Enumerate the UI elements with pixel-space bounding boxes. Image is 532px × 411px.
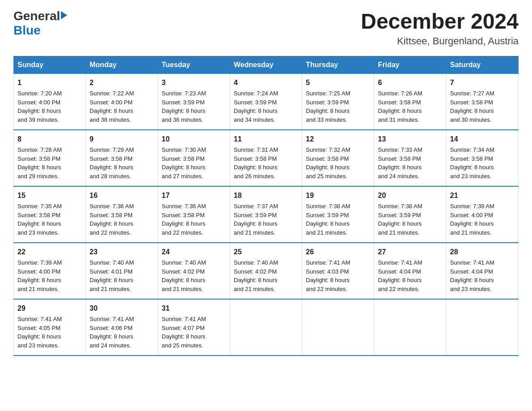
calendar-cell: 13Sunrise: 7:33 AMSunset: 3:58 PMDayligh… <box>374 130 446 186</box>
calendar-week-row: 8Sunrise: 7:28 AMSunset: 3:58 PMDaylight… <box>14 130 519 186</box>
calendar-cell: 25Sunrise: 7:40 AMSunset: 4:02 PMDayligh… <box>230 243 302 299</box>
calendar-week-row: 15Sunrise: 7:35 AMSunset: 3:58 PMDayligh… <box>14 186 519 243</box>
day-info: Sunrise: 7:41 AMSunset: 4:07 PMDaylight:… <box>162 316 206 349</box>
calendar-cell: 7Sunrise: 7:27 AMSunset: 3:58 PMDaylight… <box>446 74 519 130</box>
logo-arrow-icon <box>61 11 67 19</box>
day-number: 15 <box>17 190 82 201</box>
day-info: Sunrise: 7:29 AMSunset: 3:58 PMDaylight:… <box>90 146 134 180</box>
calendar-week-row: 1Sunrise: 7:20 AMSunset: 4:00 PMDaylight… <box>14 74 519 130</box>
day-number: 7 <box>450 77 515 88</box>
day-info: Sunrise: 7:41 AMSunset: 4:03 PMDaylight:… <box>306 259 350 292</box>
day-number: 4 <box>234 77 298 88</box>
calendar-cell: 20Sunrise: 7:38 AMSunset: 3:59 PMDayligh… <box>374 186 446 243</box>
weekday-header-saturday: Saturday <box>446 56 519 74</box>
calendar-subtitle: Kittsee, Burgenland, Austria <box>361 35 519 47</box>
day-number: 25 <box>234 247 298 257</box>
day-number: 31 <box>162 303 226 314</box>
day-info: Sunrise: 7:36 AMSunset: 3:58 PMDaylight:… <box>90 203 134 236</box>
calendar-week-row: 29Sunrise: 7:41 AMSunset: 4:05 PMDayligh… <box>14 299 519 355</box>
calendar-cell: 4Sunrise: 7:24 AMSunset: 3:59 PMDaylight… <box>230 74 302 130</box>
title-area: December 2024 Kittsee, Burgenland, Austr… <box>361 9 519 47</box>
day-info: Sunrise: 7:30 AMSunset: 3:58 PMDaylight:… <box>162 146 206 180</box>
day-number: 13 <box>378 134 442 145</box>
calendar-cell <box>374 299 446 355</box>
calendar-cell: 26Sunrise: 7:41 AMSunset: 4:03 PMDayligh… <box>302 243 374 299</box>
day-info: Sunrise: 7:41 AMSunset: 4:04 PMDaylight:… <box>450 259 494 292</box>
day-number: 16 <box>90 190 154 201</box>
weekday-header-monday: Monday <box>86 56 158 74</box>
calendar-cell: 10Sunrise: 7:30 AMSunset: 3:58 PMDayligh… <box>158 130 230 186</box>
day-info: Sunrise: 7:31 AMSunset: 3:58 PMDaylight:… <box>234 146 278 180</box>
day-number: 17 <box>162 190 226 201</box>
day-number: 5 <box>306 77 370 88</box>
logo: General Blue <box>13 9 67 38</box>
day-info: Sunrise: 7:34 AMSunset: 3:58 PMDaylight:… <box>450 146 494 180</box>
logo-general-text: General <box>13 9 60 23</box>
calendar-cell: 22Sunrise: 7:39 AMSunset: 4:00 PMDayligh… <box>14 243 86 299</box>
day-info: Sunrise: 7:33 AMSunset: 3:58 PMDaylight:… <box>378 146 422 180</box>
day-info: Sunrise: 7:36 AMSunset: 3:58 PMDaylight:… <box>162 203 206 236</box>
day-number: 14 <box>450 134 515 145</box>
weekday-header-tuesday: Tuesday <box>158 56 230 74</box>
calendar-cell: 18Sunrise: 7:37 AMSunset: 3:59 PMDayligh… <box>230 186 302 243</box>
day-number: 18 <box>234 190 298 201</box>
page-header: General Blue December 2024 Kittsee, Burg… <box>13 9 519 47</box>
calendar-week-row: 22Sunrise: 7:39 AMSunset: 4:00 PMDayligh… <box>14 243 519 299</box>
day-info: Sunrise: 7:38 AMSunset: 3:59 PMDaylight:… <box>306 203 350 236</box>
calendar-cell: 24Sunrise: 7:40 AMSunset: 4:02 PMDayligh… <box>158 243 230 299</box>
calendar-cell: 28Sunrise: 7:41 AMSunset: 4:04 PMDayligh… <box>446 243 519 299</box>
day-info: Sunrise: 7:28 AMSunset: 3:58 PMDaylight:… <box>17 146 62 180</box>
day-info: Sunrise: 7:41 AMSunset: 4:05 PMDaylight:… <box>17 316 62 349</box>
day-info: Sunrise: 7:25 AMSunset: 3:59 PMDaylight:… <box>306 90 350 123</box>
day-info: Sunrise: 7:40 AMSunset: 4:02 PMDaylight:… <box>234 259 278 292</box>
weekday-header-thursday: Thursday <box>302 56 374 74</box>
day-info: Sunrise: 7:37 AMSunset: 3:59 PMDaylight:… <box>234 203 278 236</box>
day-number: 10 <box>162 134 226 145</box>
day-info: Sunrise: 7:40 AMSunset: 4:01 PMDaylight:… <box>90 259 134 292</box>
day-number: 11 <box>234 134 298 145</box>
day-info: Sunrise: 7:35 AMSunset: 3:58 PMDaylight:… <box>17 203 62 236</box>
day-number: 9 <box>90 134 154 145</box>
day-info: Sunrise: 7:39 AMSunset: 4:00 PMDaylight:… <box>17 259 62 292</box>
weekday-header-row: SundayMondayTuesdayWednesdayThursdayFrid… <box>14 56 519 74</box>
calendar-cell: 19Sunrise: 7:38 AMSunset: 3:59 PMDayligh… <box>302 186 374 243</box>
day-number: 29 <box>17 303 82 314</box>
day-number: 20 <box>378 190 442 201</box>
day-number: 26 <box>306 247 370 257</box>
day-info: Sunrise: 7:22 AMSunset: 4:00 PMDaylight:… <box>90 90 134 123</box>
day-number: 2 <box>90 77 154 88</box>
calendar-cell: 23Sunrise: 7:40 AMSunset: 4:01 PMDayligh… <box>86 243 158 299</box>
day-info: Sunrise: 7:20 AMSunset: 4:00 PMDaylight:… <box>17 90 62 123</box>
day-info: Sunrise: 7:23 AMSunset: 3:59 PMDaylight:… <box>162 90 206 123</box>
calendar-cell: 21Sunrise: 7:39 AMSunset: 4:00 PMDayligh… <box>446 186 519 243</box>
day-number: 8 <box>17 134 82 145</box>
day-number: 12 <box>306 134 370 145</box>
day-info: Sunrise: 7:26 AMSunset: 3:58 PMDaylight:… <box>378 90 422 123</box>
day-info: Sunrise: 7:32 AMSunset: 3:58 PMDaylight:… <box>306 146 350 180</box>
day-info: Sunrise: 7:39 AMSunset: 4:00 PMDaylight:… <box>450 203 494 236</box>
calendar-body: 1Sunrise: 7:20 AMSunset: 4:00 PMDaylight… <box>14 74 519 356</box>
day-info: Sunrise: 7:41 AMSunset: 4:06 PMDaylight:… <box>90 316 134 349</box>
calendar-table: SundayMondayTuesdayWednesdayThursdayFrid… <box>13 56 519 356</box>
day-info: Sunrise: 7:41 AMSunset: 4:04 PMDaylight:… <box>378 259 422 292</box>
logo-blue-text: Blue <box>13 23 67 38</box>
calendar-cell: 1Sunrise: 7:20 AMSunset: 4:00 PMDaylight… <box>14 74 86 130</box>
calendar-cell: 17Sunrise: 7:36 AMSunset: 3:58 PMDayligh… <box>158 186 230 243</box>
day-number: 23 <box>90 247 154 257</box>
calendar-cell: 8Sunrise: 7:28 AMSunset: 3:58 PMDaylight… <box>14 130 86 186</box>
day-info: Sunrise: 7:27 AMSunset: 3:58 PMDaylight:… <box>450 90 494 123</box>
calendar-cell: 2Sunrise: 7:22 AMSunset: 4:00 PMDaylight… <box>86 74 158 130</box>
calendar-cell <box>446 299 519 355</box>
day-number: 22 <box>17 247 82 257</box>
day-number: 30 <box>90 303 154 314</box>
calendar-header: SundayMondayTuesdayWednesdayThursdayFrid… <box>14 56 519 74</box>
calendar-cell: 11Sunrise: 7:31 AMSunset: 3:58 PMDayligh… <box>230 130 302 186</box>
calendar-cell: 30Sunrise: 7:41 AMSunset: 4:06 PMDayligh… <box>86 299 158 355</box>
calendar-cell: 12Sunrise: 7:32 AMSunset: 3:58 PMDayligh… <box>302 130 374 186</box>
day-number: 27 <box>378 247 442 257</box>
weekday-header-sunday: Sunday <box>14 56 86 74</box>
day-number: 6 <box>378 77 442 88</box>
day-number: 19 <box>306 190 370 201</box>
calendar-cell <box>302 299 374 355</box>
calendar-cell: 31Sunrise: 7:41 AMSunset: 4:07 PMDayligh… <box>158 299 230 355</box>
